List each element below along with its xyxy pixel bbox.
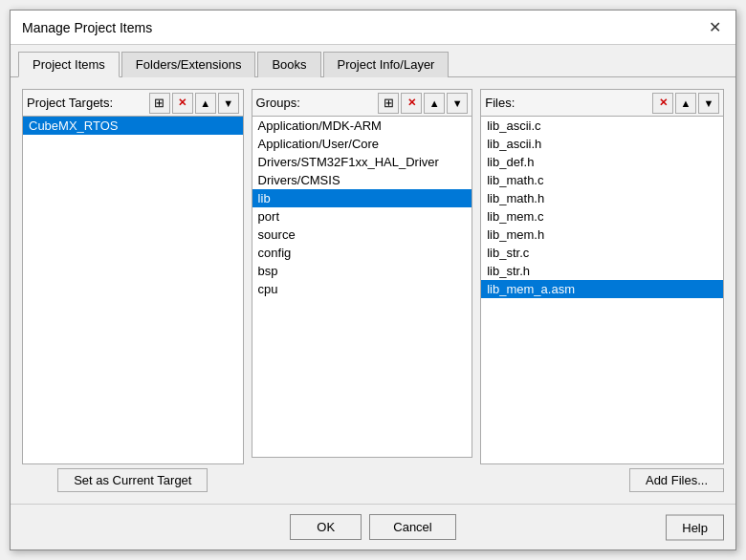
groups-title: Groups:: [256, 96, 377, 110]
list-item[interactable]: Drivers/CMSIS: [252, 171, 472, 189]
targets-title: Project Targets:: [27, 96, 147, 110]
groups-down-button[interactable]: ▼: [447, 93, 468, 114]
files-list: lib_ascii.clib_ascii.hlib_def.hlib_math.…: [481, 117, 723, 463]
files-title: Files:: [485, 96, 650, 110]
tab-project-info-layer[interactable]: Project Info/Layer: [323, 52, 450, 77]
close-button[interactable]: ✕: [705, 18, 724, 37]
list-item[interactable]: cpu: [252, 280, 472, 298]
targets-list: CubeMX_RTOS: [23, 117, 243, 463]
list-item[interactable]: Application/MDK-ARM: [252, 117, 472, 135]
groups-list: Application/MDK-ARMApplication/User/Core…: [252, 117, 472, 457]
list-item[interactable]: lib_math.h: [481, 189, 723, 207]
delete-icon: ✕: [407, 97, 416, 109]
targets-up-button[interactable]: ▲: [195, 93, 216, 114]
files-down-button[interactable]: ▼: [698, 93, 719, 114]
list-item[interactable]: CubeMX_RTOS: [23, 117, 243, 135]
list-item[interactable]: Drivers/STM32F1xx_HAL_Driver: [252, 153, 472, 171]
tab-project-items[interactable]: Project Items: [18, 52, 120, 77]
up-icon: ▲: [429, 97, 440, 109]
targets-footer: Set as Current Target: [22, 468, 244, 492]
new-icon: ⊞: [154, 96, 165, 110]
list-item[interactable]: port: [252, 207, 472, 226]
list-item[interactable]: source: [252, 226, 472, 244]
files-panel: Files: ✕ ▲ ▼ lib_ascii.clib_ascii.hlib_d…: [480, 89, 724, 464]
files-column: Files: ✕ ▲ ▼ lib_ascii.clib_ascii.hlib_d…: [480, 89, 724, 492]
files-header: Files: ✕ ▲ ▼: [481, 90, 723, 117]
list-item[interactable]: lib_def.h: [481, 153, 723, 171]
targets-panel: Project Targets: ⊞ ✕ ▲ ▼: [22, 89, 244, 464]
list-item[interactable]: lib_mem.c: [481, 207, 723, 226]
groups-new-button[interactable]: ⊞: [378, 93, 399, 114]
list-item[interactable]: lib_ascii.c: [481, 117, 723, 135]
list-item[interactable]: lib_ascii.h: [481, 135, 723, 153]
tab-folders-extensions[interactable]: Folders/Extensions: [121, 52, 256, 77]
tab-books[interactable]: Books: [257, 52, 320, 77]
list-item[interactable]: Application/User/Core: [252, 135, 472, 153]
list-item[interactable]: lib: [252, 189, 472, 207]
targets-delete-button[interactable]: ✕: [172, 93, 193, 114]
list-item[interactable]: bsp: [252, 262, 472, 280]
dialog-footer: OK Cancel Help: [11, 504, 735, 549]
files-up-button[interactable]: ▲: [675, 93, 696, 114]
delete-icon: ✕: [659, 97, 668, 109]
list-item[interactable]: lib_str.c: [481, 244, 723, 262]
new-icon: ⊞: [384, 96, 394, 110]
groups-delete-button[interactable]: ✕: [401, 93, 422, 114]
targets-new-button[interactable]: ⊞: [149, 93, 170, 114]
list-item[interactable]: lib_mem.h: [481, 226, 723, 244]
dialog-title: Manage Project Items: [22, 20, 152, 35]
files-footer: Add Files...: [480, 468, 724, 492]
files-delete-button[interactable]: ✕: [652, 93, 673, 114]
groups-panel: Groups: ⊞ ✕ ▲ ▼ App: [252, 89, 473, 458]
help-button[interactable]: Help: [666, 514, 724, 540]
cancel-button[interactable]: Cancel: [369, 514, 455, 540]
add-files-button[interactable]: Add Files...: [629, 468, 724, 492]
targets-down-button[interactable]: ▼: [218, 93, 239, 114]
groups-header: Groups: ⊞ ✕ ▲ ▼: [252, 90, 472, 117]
title-bar: Manage Project Items ✕: [11, 11, 735, 45]
delete-icon: ✕: [178, 97, 186, 109]
groups-column: Groups: ⊞ ✕ ▲ ▼ App: [252, 89, 473, 492]
groups-up-button[interactable]: ▲: [424, 93, 445, 114]
list-item[interactable]: config: [252, 244, 472, 262]
down-icon: ▼: [704, 97, 714, 109]
list-item[interactable]: lib_math.c: [481, 171, 723, 189]
targets-column: Project Targets: ⊞ ✕ ▲ ▼: [22, 89, 244, 492]
down-icon: ▼: [223, 97, 233, 109]
ok-button[interactable]: OK: [290, 514, 362, 540]
up-icon: ▲: [200, 97, 210, 109]
list-item[interactable]: lib_mem_a.asm: [481, 280, 723, 298]
main-content: Project Targets: ⊞ ✕ ▲ ▼: [11, 77, 735, 504]
up-icon: ▲: [681, 97, 691, 109]
list-item[interactable]: lib_str.h: [481, 262, 723, 280]
panels-wrapper: Project Targets: ⊞ ✕ ▲ ▼: [22, 89, 724, 492]
targets-header: Project Targets: ⊞ ✕ ▲ ▼: [23, 90, 243, 117]
manage-project-items-dialog: Manage Project Items ✕ Project Items Fol…: [10, 10, 736, 550]
tab-bar: Project Items Folders/Extensions Books P…: [11, 45, 735, 77]
set-current-target-button[interactable]: Set as Current Target: [57, 468, 208, 492]
down-icon: ▼: [452, 97, 463, 109]
